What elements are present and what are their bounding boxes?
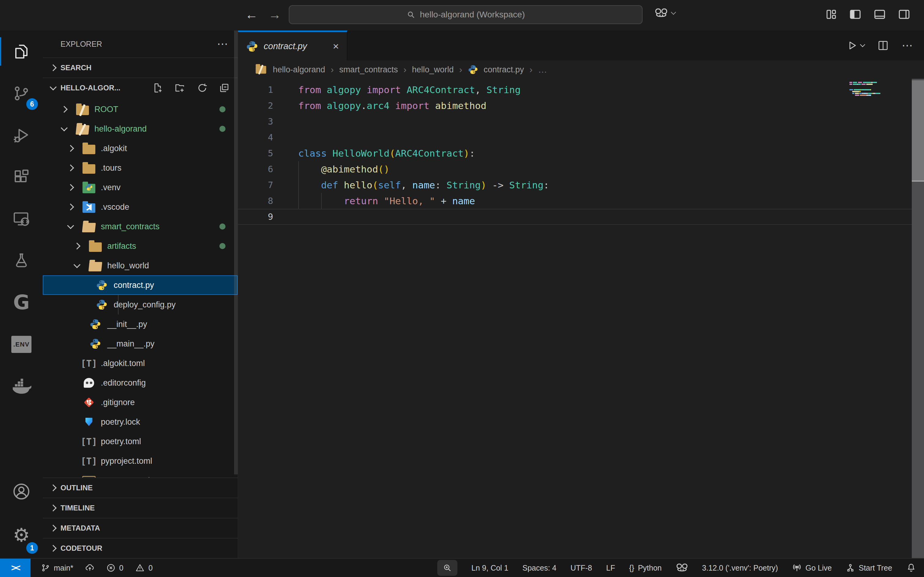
section-metadata[interactable]: METADATA	[43, 518, 238, 538]
go-live-button[interactable]: Go Live	[792, 563, 832, 573]
tab-contract-py[interactable]: contract.py ×	[238, 31, 347, 60]
run-python-file-button[interactable]	[847, 40, 864, 51]
activity-dotenv-button[interactable]: .ENV	[0, 323, 43, 365]
toggle-primary-sidebar-icon[interactable]	[849, 8, 862, 21]
code-line-9[interactable]: 9	[238, 209, 924, 225]
editor-more-actions-icon[interactable]: ⋯	[902, 39, 914, 52]
breadcrumb-item[interactable]: smart_contracts	[339, 65, 398, 74]
language-mode-status[interactable]: {} Python	[629, 564, 662, 572]
tree-item-__main__.py[interactable]: __main__.py	[43, 334, 238, 353]
errors-status[interactable]: 0	[106, 563, 123, 572]
cursor-position-status[interactable]: Ln 9, Col 1	[472, 564, 509, 572]
activity-docker-button[interactable]	[0, 365, 43, 407]
collapse-all-icon[interactable]	[219, 82, 230, 93]
activity-source-control-button[interactable]: 6	[0, 73, 43, 114]
code-line-4[interactable]: 4	[238, 129, 924, 145]
code-line-2[interactable]: 2from algopy.arc4 import abimethod	[238, 98, 924, 114]
section-workspace[interactable]: HELLO-ALGOR...	[43, 77, 238, 98]
activity-settings-button[interactable]: ⚙ 1	[0, 512, 43, 558]
refresh-icon[interactable]	[197, 82, 208, 93]
tree-item-.editorconfig[interactable]: .editorconfig	[43, 373, 238, 393]
code-editor[interactable]: 1from algopy import ARC4Contract, String…	[238, 79, 924, 558]
chevron-down-icon	[671, 10, 676, 15]
section-outline[interactable]: OUTLINE	[43, 477, 238, 498]
code-line-6[interactable]: 6 @abimethod()	[238, 161, 924, 177]
code-text: class HelloWorld(ARC4Contract):	[298, 148, 475, 159]
activity-explorer-button[interactable]	[0, 31, 43, 73]
toggle-panel-icon[interactable]	[873, 8, 886, 21]
nav-back-icon[interactable]: ←	[245, 7, 258, 22]
poetry-file-icon	[84, 416, 94, 428]
section-codetour[interactable]: CODETOUR	[43, 538, 238, 558]
zoom-status-button[interactable]	[437, 560, 457, 576]
copilot-status-icon[interactable]	[676, 563, 688, 573]
split-editor-icon[interactable]	[877, 40, 889, 51]
activity-run-debug-button[interactable]	[0, 114, 43, 156]
tree-item-smart_contracts[interactable]: smart_contracts	[43, 217, 238, 236]
tree-item-hello_world[interactable]: hello_world	[43, 256, 238, 276]
explorer-more-actions-icon[interactable]: ⋯	[217, 37, 229, 50]
tree-item-.gitignore[interactable]: .gitignore	[43, 393, 238, 412]
tree-item-README.md[interactable]: M↓README.md	[43, 471, 238, 477]
breadcrumb-item[interactable]: hello-algorand	[273, 65, 325, 74]
warnings-status[interactable]: 0	[135, 563, 153, 572]
activity-extensions-button[interactable]	[0, 156, 43, 198]
tree-item-deploy_config.py[interactable]: deploy_config.py	[43, 295, 238, 314]
tree-item-label: README.md	[101, 476, 150, 478]
new-folder-icon[interactable]	[174, 82, 186, 93]
activity-remote-explorer-button[interactable]	[0, 198, 43, 240]
tree-item-__init__.py[interactable]: __init__.py	[43, 314, 238, 334]
encoding-status[interactable]: UTF-8	[570, 564, 592, 572]
tree-item-hello-algorand[interactable]: hello-algorand	[43, 119, 238, 139]
branch-status[interactable]: main*	[41, 563, 73, 572]
tree-item-poetry.toml[interactable]: [T]poetry.toml	[43, 432, 238, 451]
tree-item-poetry.lock[interactable]: poetry.lock	[43, 412, 238, 432]
python-interpreter-status[interactable]: 3.12.0 ('.venv': Poetry)	[702, 564, 778, 572]
tree-item-ROOT[interactable]: ROOT	[43, 100, 238, 119]
eol-status[interactable]: LF	[606, 564, 615, 572]
run-dropdown-icon[interactable]	[860, 42, 865, 47]
breadcrumb-item[interactable]: hello_world	[412, 65, 454, 74]
section-search[interactable]: SEARCH	[43, 57, 238, 77]
notifications-bell-icon[interactable]	[906, 563, 916, 573]
code-line-5[interactable]: 5class HelloWorld(ARC4Contract):	[238, 145, 924, 161]
sidebar-scrollbar[interactable]	[234, 31, 238, 474]
tree-item-label: hello-algorand	[94, 124, 147, 134]
activity-accounts-button[interactable]	[0, 471, 43, 512]
explorer-title: EXPLORER	[60, 40, 102, 48]
code-line-7[interactable]: 7 def hello(self, name: String) -> Strin…	[238, 177, 924, 193]
scrollbar-slider[interactable]	[912, 80, 924, 182]
line-number: 7	[238, 180, 273, 190]
python-file-icon	[246, 40, 258, 53]
remote-indicator[interactable]: ><	[0, 559, 31, 577]
minimap[interactable]	[850, 82, 881, 98]
tree-item-.tours[interactable]: .tours	[43, 158, 238, 178]
code-line-8[interactable]: 8 return "Hello, " + name	[238, 193, 924, 209]
code-line-3[interactable]: 3	[238, 114, 924, 129]
tree-item-contract.py[interactable]: contract.py	[43, 276, 238, 295]
breadcrumb-ellipsis[interactable]: …	[538, 64, 547, 75]
tree-item-.vscode[interactable]: .vscode	[43, 197, 238, 217]
indentation-status[interactable]: Spaces: 4	[522, 564, 556, 572]
code-line-1[interactable]: 1from algopy import ARC4Contract, String	[238, 82, 924, 98]
publish-changes-button[interactable]	[85, 563, 95, 573]
close-tab-icon[interactable]: ×	[333, 40, 339, 52]
new-file-icon[interactable]	[152, 82, 163, 93]
copilot-menu-button[interactable]	[654, 8, 675, 18]
tree-item-.algokit[interactable]: .algokit	[43, 139, 238, 158]
toggle-secondary-sidebar-icon[interactable]	[898, 8, 911, 21]
activity-testing-button[interactable]	[0, 240, 43, 282]
section-timeline[interactable]: TIMELINE	[43, 498, 238, 518]
tree-item-.venv[interactable]: .venv	[43, 178, 238, 197]
tree-item-artifacts[interactable]: artifacts	[43, 236, 238, 256]
start-tree-button[interactable]: Start Tree	[846, 563, 892, 572]
breadcrumb-item[interactable]: contract.py	[484, 65, 524, 74]
command-center[interactable]: hello-algorand (Workspace)	[289, 5, 643, 24]
explorer-sidebar: EXPLORER ⋯ SEARCH HELLO-ALGOR... ROOThe	[43, 31, 238, 558]
tree-item-pyproject.toml[interactable]: [T]pyproject.toml	[43, 451, 238, 471]
customize-layout-icon[interactable]	[825, 8, 837, 21]
tree-item-.algokit.toml[interactable]: [T].algokit.toml	[43, 353, 238, 373]
editor-scrollbar[interactable]	[912, 79, 924, 558]
activity-algokit-button[interactable]: G	[0, 282, 43, 323]
nav-forward-icon[interactable]: →	[268, 7, 281, 22]
